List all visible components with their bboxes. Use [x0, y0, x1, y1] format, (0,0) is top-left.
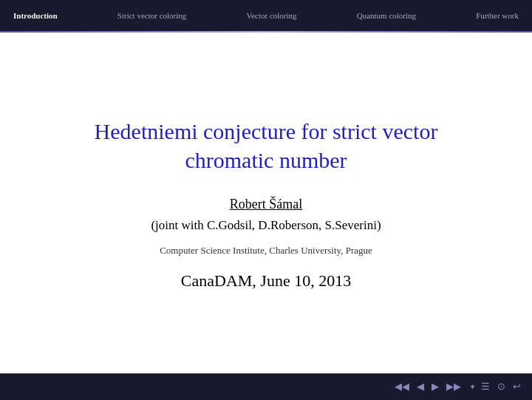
- nav-item-quantum-coloring[interactable]: Quantum coloring: [344, 0, 429, 31]
- bottom-nav: ◀◀ ◀ ▶ ▶▶ ✦ ☰ ⊙ ↩: [0, 373, 532, 400]
- prev-slide-icon[interactable]: ◀: [415, 379, 426, 394]
- nav-item-vector-coloring[interactable]: Vector coloring: [233, 0, 310, 31]
- slide-content: Hedetniemi conjecture for strict vector …: [0, 33, 532, 375]
- nav-item-strict-vector-coloring[interactable]: Strict vector coloring: [104, 0, 200, 31]
- top-nav: Introduction Strict vector coloring Vect…: [0, 0, 532, 31]
- nav-item-further-work[interactable]: Further work: [463, 0, 532, 31]
- next-slide-icon[interactable]: ▶: [429, 379, 441, 394]
- zoom-icon[interactable]: ⊙: [495, 379, 508, 394]
- slide-title: Hedetniemi conjecture for strict vector …: [95, 117, 438, 174]
- first-slide-icon[interactable]: ◀◀: [392, 379, 412, 394]
- separator-icon: ✦: [469, 382, 476, 392]
- joint-authors: (joint with C.Godsil, D.Roberson, S.Seve…: [151, 218, 381, 233]
- author-name: Robert Šámal: [230, 197, 302, 212]
- slide-controls: ◀◀ ◀ ▶ ▶▶ ✦ ☰ ⊙ ↩: [392, 379, 523, 394]
- menu-icon[interactable]: ☰: [479, 379, 492, 394]
- return-icon[interactable]: ↩: [511, 379, 523, 394]
- presentation-date: CanaDAM, June 10, 2013: [181, 271, 351, 291]
- nav-item-introduction[interactable]: Introduction: [0, 0, 71, 31]
- last-slide-icon[interactable]: ▶▶: [444, 379, 463, 394]
- institution-label: Computer Science Institute, Charles Univ…: [160, 245, 372, 257]
